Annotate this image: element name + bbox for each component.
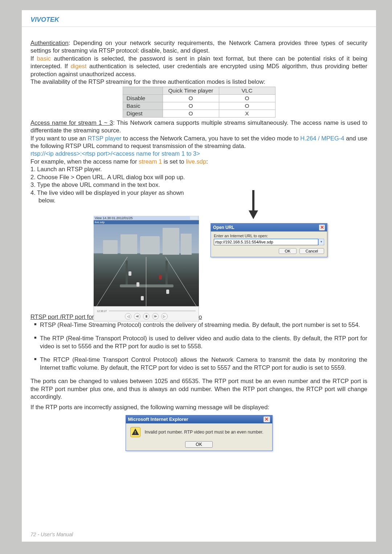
table-row: Basic O O bbox=[123, 102, 275, 110]
highlight-rtsp-player: RTSP player bbox=[87, 135, 121, 141]
paragraph-warning-intro: If the RTP ports are incorrectly assigne… bbox=[30, 403, 367, 411]
page-footer: 72 - User's Manual bbox=[30, 532, 73, 537]
url-input[interactable] bbox=[214, 239, 318, 245]
list-item: The RTCP (Real-time Transport Control Pr… bbox=[30, 356, 367, 372]
label-access-name: Access name for stream 1 ~ 3 bbox=[30, 119, 113, 126]
warning-title-text: Microsoft Internet Explorer bbox=[128, 416, 188, 422]
table-row: Disable O O bbox=[123, 94, 275, 102]
paragraph-access-name: Access name for stream 1 ~ 3: This Netwo… bbox=[30, 119, 367, 205]
arrow-icon bbox=[247, 190, 260, 219]
player-next-icon[interactable]: ▷ bbox=[161, 313, 168, 320]
player-time-label: 12:30:27 bbox=[97, 310, 107, 312]
paragraph-authentication: Authentication: Depending on your networ… bbox=[30, 39, 367, 86]
player-stream-name: live.sdp bbox=[94, 220, 199, 224]
row-digest: Digest bbox=[123, 110, 163, 117]
brand-logo: VIVOTEK bbox=[30, 16, 59, 23]
auth-table-wrap: Quick Time player VLC Disable O O Basic … bbox=[30, 87, 367, 118]
dialog-title-text: Open URL bbox=[213, 225, 234, 230]
table-row: Digest O X bbox=[123, 110, 275, 117]
row-disable: Disable bbox=[123, 94, 163, 102]
ok-button[interactable]: OK bbox=[279, 248, 297, 254]
table-row: Quick Time player VLC bbox=[123, 87, 275, 94]
cancel-button[interactable]: Cancel bbox=[299, 248, 324, 254]
step-3: 3. Type the above URL command in the tex… bbox=[30, 181, 160, 188]
step-4b: below. bbox=[30, 197, 56, 204]
col-quicktime: Quick Time player bbox=[163, 87, 219, 94]
warning-icon bbox=[130, 427, 140, 437]
player-url-bar: View 14.38 01.2012/01/25 bbox=[94, 216, 199, 220]
dialog-title-bar: Open URL ✕ bbox=[211, 223, 327, 231]
warning-dialog: Microsoft Internet Explorer ✕ Invalid po… bbox=[126, 415, 273, 451]
list-item: RTSP (Real-Time Streaming Protocol) cont… bbox=[30, 321, 367, 329]
page-content: Authentication: Depending on your networ… bbox=[22, 27, 376, 451]
paragraph-port-range: The ports can be changed to values betwe… bbox=[30, 377, 367, 401]
player-video-frame bbox=[94, 224, 199, 306]
rtsp-player-screenshot: View 14.38 01.2012/01/25 live.sdp bbox=[94, 216, 199, 321]
rtsp-url-template: rtsp://<ip address>:<rtsp port>/<access … bbox=[30, 150, 200, 157]
step-4: 4. The live video will be displayed in y… bbox=[30, 189, 184, 196]
auth-table: Quick Time player VLC Disable O O Basic … bbox=[123, 87, 275, 118]
label-authentication: Authentication bbox=[30, 40, 69, 46]
col-vlc: VLC bbox=[219, 87, 275, 94]
warning-message: Invalid port number. RTP video port must… bbox=[145, 430, 264, 435]
player-rewind-icon[interactable]: ≪ bbox=[134, 313, 140, 320]
player-prev-icon[interactable]: ◁ bbox=[125, 313, 131, 320]
list-item: The RTP (Real-time Transport Protocol) i… bbox=[30, 335, 367, 350]
player-controls: 12:30:27 ◁ ≪ ⏸ ≫ ▷ bbox=[94, 306, 199, 321]
player-pause-icon[interactable]: ⏸ bbox=[143, 313, 150, 320]
open-url-dialog: Open URL ✕ Enter an Internet URL to open… bbox=[211, 223, 327, 257]
page-header: VIVOTEK bbox=[22, 10, 376, 27]
ok-button[interactable]: OK bbox=[185, 441, 212, 448]
highlight-digest: digest bbox=[70, 63, 86, 69]
step-2: 2. Choose File > Open URL. A URL dialog … bbox=[30, 174, 185, 180]
player-forward-icon[interactable]: ≫ bbox=[152, 313, 159, 320]
dropdown-icon[interactable]: ▾ bbox=[318, 239, 324, 245]
step-1: 1. Launch an RTSP player. bbox=[30, 166, 102, 172]
row-basic: Basic bbox=[123, 102, 163, 110]
ports-section: RTSP port /RTP port for video, audio/ RT… bbox=[30, 313, 367, 451]
close-icon[interactable]: ✕ bbox=[319, 225, 325, 230]
highlight-basic: basic bbox=[37, 55, 51, 62]
close-icon[interactable]: ✕ bbox=[264, 416, 270, 422]
document-page: VIVOTEK Authentication: Depending on you… bbox=[22, 10, 376, 542]
warning-title-bar: Microsoft Internet Explorer ✕ bbox=[126, 415, 272, 423]
player-title-chip bbox=[190, 216, 198, 219]
dialog-label: Enter an Internet URL to open: bbox=[214, 234, 324, 238]
highlight-h264: H.264 / MPEG-4 bbox=[300, 135, 344, 141]
